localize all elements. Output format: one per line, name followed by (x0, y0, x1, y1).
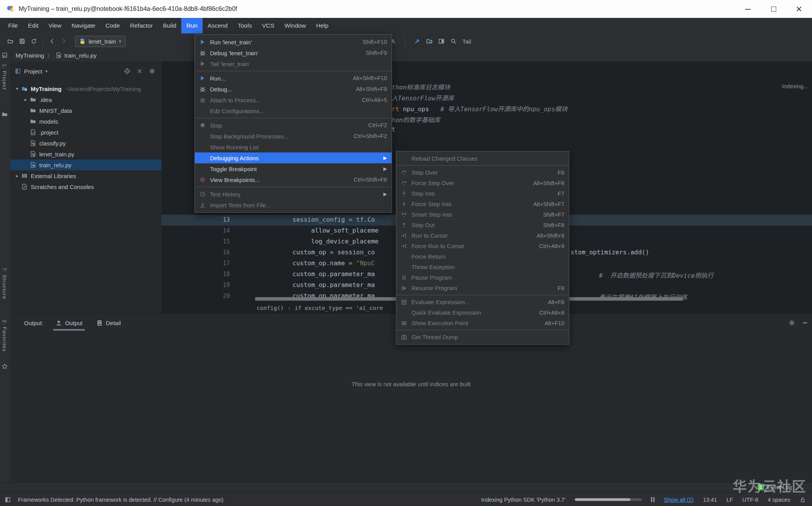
menu-item-show-execution-point[interactable]: Show Execution PointAlt+F10 (396, 318, 569, 328)
tree-item-scratches-and-consoles[interactable]: Scratches and Consoles (10, 181, 161, 192)
tree-item--idea[interactable]: ▸.idea (10, 94, 161, 105)
chevron-right-icon[interactable]: ▸ (22, 97, 30, 102)
menu-item-tail-lenet-train[interactable]: Tail 'lenet_train' (195, 58, 392, 69)
menu-item-import-tests-from-file[interactable]: Import Tests from File... (195, 200, 392, 210)
menu-item-run-to-cursor[interactable]: Run to CursorAlt+Shift+9 (396, 230, 569, 241)
collapse-icon[interactable] (136, 68, 143, 74)
locate-icon[interactable] (124, 68, 130, 74)
status-message[interactable]: Frameworks Detected: Python framework is… (18, 497, 224, 503)
open-folder-icon[interactable] (5, 36, 16, 47)
sidebar-tab-project[interactable]: 1: Project (2, 64, 7, 90)
menu-vcs[interactable]: VCS (257, 18, 280, 33)
menu-code[interactable]: Code (100, 18, 125, 33)
show-all-link[interactable]: Show all (2) (664, 497, 694, 503)
event-log[interactable]: 1 Event Log (758, 484, 792, 490)
maximize-button[interactable] (770, 5, 777, 12)
settings-icon[interactable] (149, 68, 155, 74)
project-panel-title[interactable]: Project (24, 68, 42, 75)
tree-item-lenet-train-py[interactable]: lenet_train.py (10, 149, 161, 159)
run-configuration-selector[interactable]: lenet_train ▾ (75, 36, 126, 47)
tree-item-classify-py[interactable]: classify.py (10, 138, 161, 149)
menu-item-view-breakpoints[interactable]: View Breakpoints...Ctrl+Shift+F8 (195, 174, 392, 185)
menu-bar: FileEditViewNavigateCodeRefactorBuildRun… (0, 18, 812, 34)
menu-item-step-into[interactable]: Step IntoF7 (396, 188, 569, 199)
menu-item-show-running-list[interactable]: Show Running List (195, 142, 392, 152)
output-tab-output[interactable]: Output (53, 314, 85, 332)
menu-edit[interactable]: Edit (23, 18, 44, 33)
menu-item-force-step-over[interactable]: Force Step OverAlt+Shift+F8 (396, 178, 569, 188)
menu-item-smart-step-into[interactable]: Smart Step IntoShift+F7 (396, 209, 569, 220)
encoding-indicator[interactable]: UTF-8 (742, 497, 758, 503)
menu-item-throw-exception[interactable]: Throw Exception (396, 262, 569, 272)
tree-item-train-relu-py[interactable]: train_relu.py (10, 159, 161, 170)
menu-tools[interactable]: Tools (233, 18, 257, 33)
menu-item-force-step-into[interactable]: Force Step IntoAlt+Shift+F7 (396, 199, 569, 209)
wrench-icon[interactable] (414, 38, 420, 44)
menu-item-debug-lenet-train[interactable]: Debug 'lenet_train'Shift+F9 (195, 47, 392, 58)
menu-item-debugging-actions[interactable]: Debugging Actions▶ (195, 152, 392, 163)
indent-indicator[interactable]: 4 spaces (768, 497, 790, 503)
menu-item-stop[interactable]: StopCtrl+F2 (195, 120, 392, 131)
menu-item-step-out[interactable]: Step OutShift+F8 (396, 220, 569, 230)
tool-windows-toggle-icon[interactable] (5, 497, 11, 503)
lock-icon[interactable] (800, 497, 806, 503)
star-icon[interactable] (2, 363, 8, 371)
menu-item-evaluate-expression[interactable]: Evaluate Expression...Alt+F8 (396, 297, 569, 307)
menu-item-stop-background-processes[interactable]: Stop Background Processes...Ctrl+Shift+F… (195, 131, 392, 142)
menu-item-get-thread-dump[interactable]: Get Thread Dump (396, 332, 569, 342)
minimize-button[interactable] (744, 5, 751, 12)
menu-file[interactable]: File (3, 18, 23, 33)
menu-window[interactable]: Window (280, 18, 311, 33)
sidebar-tab-favorites[interactable]: 2: Favorites (2, 320, 7, 352)
chevron-right-icon[interactable]: ▸ (13, 173, 21, 179)
save-icon[interactable] (16, 36, 28, 47)
menu-item-pause-program[interactable]: Pause Program (396, 272, 569, 283)
forward-icon[interactable] (58, 36, 70, 47)
settings-icon[interactable] (789, 320, 795, 326)
menu-item-debug[interactable]: Debug...Alt+Shift+F9 (195, 84, 392, 95)
menu-item-toggle-breakpoint[interactable]: Toggle Breakpoint▶ (195, 163, 392, 174)
menu-build[interactable]: Build (158, 18, 181, 33)
menu-navigate[interactable]: Navigate (66, 18, 100, 33)
output-tab-detail[interactable]: Detail (94, 314, 123, 332)
tree-item-models[interactable]: models (10, 116, 161, 127)
breadcrumb-project[interactable]: MyTraining (16, 52, 44, 59)
breadcrumb-file[interactable]: train_relu.py (65, 52, 97, 59)
tool-window-icon[interactable] (438, 38, 444, 44)
line-separator-indicator[interactable]: LF (726, 497, 733, 503)
menu-item-force-run-to-cursor[interactable]: Force Run to CursorCtrl+Alt+9 (396, 241, 569, 251)
refresh-icon[interactable] (28, 36, 40, 47)
tree-item-external-libraries[interactable]: ▸External Libraries (10, 170, 161, 181)
tree-item-mytraining[interactable]: ▾MyTraining~/AscendProjects/MyTraining (10, 83, 161, 94)
bug-icon (199, 50, 206, 56)
menu-item-run[interactable]: Run...Alt+Shift+F10 (195, 73, 392, 84)
menu-item-quick-evaluate-expression[interactable]: Quick Evaluate ExpressionCtrl+Alt+8 (396, 307, 569, 318)
menu-item-resume-program[interactable]: Resume ProgramF9 (396, 283, 569, 293)
back-icon[interactable] (46, 36, 58, 47)
menu-help[interactable]: Help (311, 18, 334, 33)
editor-breadcrumb-item[interactable]: if excute_type == 'ai_core (295, 305, 383, 311)
tree-item--project[interactable]: .project (10, 127, 161, 138)
menu-ascend[interactable]: Ascend (203, 18, 233, 33)
hide-icon[interactable] (802, 320, 808, 326)
pause-indexing-icon[interactable] (651, 497, 654, 502)
chevron-down-icon[interactable]: ▾ (13, 86, 21, 91)
menu-item-force-return[interactable]: Force Return (396, 251, 569, 262)
menu-item-reload-changed-classes[interactable]: Reload Changed Classes (396, 153, 569, 164)
sidebar-tab-structure[interactable]: 7: Structure (2, 268, 7, 299)
menu-refactor[interactable]: Refactor (125, 18, 158, 33)
menu-view[interactable]: View (44, 18, 66, 33)
menu-item-test-history[interactable]: Test History▶ (195, 189, 392, 200)
tool-window-icon[interactable] (2, 52, 8, 60)
menu-run[interactable]: Run (181, 18, 202, 33)
menu-item-step-over[interactable]: Step OverF8 (396, 167, 569, 178)
menu-item-run-lenet-train[interactable]: Run 'lenet_train'Shift+F10 (195, 37, 392, 47)
editor-breadcrumb-item[interactable]: config() (257, 305, 284, 311)
menu-item-attach-to-process[interactable]: Attach to Process...Ctrl+Alt+5 (195, 95, 392, 105)
menu-item-edit-configurations[interactable]: Edit Configurations... (195, 105, 392, 116)
search-icon[interactable] (450, 38, 457, 44)
tree-item-mnist-data[interactable]: MNIST_data (10, 105, 161, 116)
folder-sync-icon[interactable] (426, 38, 432, 44)
close-button[interactable] (796, 5, 803, 12)
folder-icon[interactable] (2, 111, 8, 119)
